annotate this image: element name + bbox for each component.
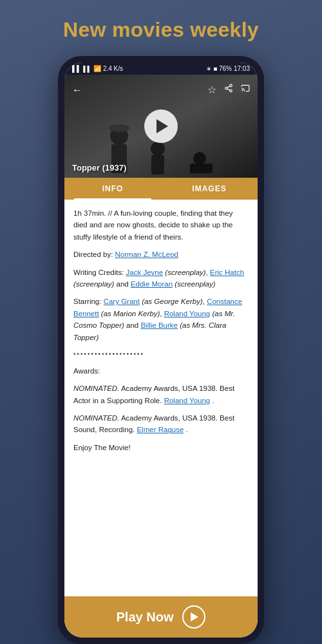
director-line: Directed by: Norman Z. McLeod: [73, 249, 249, 260]
play-now-circle-button[interactable]: [182, 605, 205, 629]
svg-rect-8: [190, 164, 213, 173]
movie-title-overlay: Topper (1937): [72, 163, 126, 173]
svg-point-11: [230, 90, 232, 92]
signal-icon: ▌▌: [72, 65, 81, 72]
cast-2-role: (as Marion Kerby): [101, 310, 160, 317]
svg-rect-6: [151, 155, 164, 175]
writer-and: and: [116, 280, 130, 288]
back-icon[interactable]: ←: [72, 84, 82, 96]
play-now-bar[interactable]: Play Now: [64, 596, 258, 638]
video-player[interactable]: ← ☆: [64, 75, 258, 178]
tab-info[interactable]: INFO: [64, 178, 161, 200]
award-2-end: .: [186, 426, 188, 433]
award-1-person-link[interactable]: Roland Young: [164, 397, 211, 404]
writer-2-role: (screenplay): [73, 280, 114, 288]
cast-and: and: [126, 321, 140, 329]
svg-rect-4: [115, 124, 124, 129]
starring-line: Starring: Cary Grant (as George Kerby), …: [73, 296, 249, 343]
play-button[interactable]: [144, 109, 178, 143]
writer-1-role: (screenplay): [165, 269, 205, 276]
svg-point-10: [225, 87, 228, 90]
award-2-nominated: NOMINATED.: [73, 414, 119, 422]
writer-3-link[interactable]: Eddie Moran: [131, 280, 173, 288]
award-2-person-link[interactable]: Elmer Raguse: [137, 426, 184, 433]
info-text-block: 1h 37min. // A fun-loving couple, findin…: [73, 207, 249, 453]
cast-icon[interactable]: [241, 84, 250, 96]
awards-label: Awards:: [73, 365, 249, 377]
movie-info-content: 1h 37min. // A fun-loving couple, findin…: [64, 200, 258, 596]
director-link[interactable]: Norman Z. McLeod: [115, 251, 178, 258]
award-1-end: .: [212, 397, 214, 404]
writer-2-link[interactable]: Eric Hatch: [210, 269, 244, 276]
svg-point-5: [151, 142, 165, 156]
phone-frame: ▌▌ ▌▌ 📶 2.4 K/s ∗ ■ 76% 17:03: [58, 56, 264, 644]
writer-3-role: (screenplay): [175, 280, 215, 288]
data-speed: 2.4 K/s: [103, 65, 123, 72]
status-bar: ▌▌ ▌▌ 📶 2.4 K/s ∗ ■ 76% 17:03: [64, 62, 258, 75]
bluetooth-icon: ∗: [206, 65, 211, 72]
star-icon[interactable]: ☆: [207, 84, 216, 96]
battery-indicator: ■ 76%: [213, 65, 232, 72]
movie-description: 1h 37min. // A fun-loving couple, findin…: [73, 207, 249, 243]
dots-divider: ••••••••••••••••••••: [73, 349, 249, 359]
svg-line-12: [227, 89, 230, 90]
tab-images[interactable]: IMAGES: [161, 178, 258, 200]
play-now-play-icon: [191, 612, 198, 621]
share-icon[interactable]: [224, 84, 233, 96]
nav-icons-right: ☆: [207, 84, 250, 96]
status-right: ∗ ■ 76% 17:03: [206, 65, 250, 72]
svg-point-9: [230, 84, 232, 87]
page-headline: New movies weekly: [63, 18, 259, 42]
video-nav: ← ☆: [64, 84, 258, 96]
writing-credits-line: Writing Credits: Jack Jevne (screenplay)…: [73, 267, 249, 290]
award-1-nominated: NOMINATED.: [73, 384, 119, 392]
tab-bar: INFO IMAGES: [64, 178, 258, 200]
award-1: NOMINATED. Academy Awards, USA 1938. Bes…: [73, 383, 249, 406]
phone-screen: ▌▌ ▌▌ 📶 2.4 K/s ∗ ■ 76% 17:03: [64, 62, 258, 638]
closing-message: Enjoy The Movie!: [73, 442, 249, 453]
wifi-icon: 📶: [93, 65, 101, 72]
play-triangle-icon: [156, 119, 168, 133]
award-2: NOMINATED. Academy Awards, USA 1938. Bes…: [73, 412, 249, 436]
play-now-label: Play Now: [117, 610, 174, 625]
directed-by-label: Directed by:: [73, 251, 113, 258]
cast-3-link[interactable]: Roland Young: [164, 310, 211, 317]
signal-icon-2: ▌▌: [83, 66, 91, 72]
svg-line-13: [227, 86, 230, 88]
cast-4-link[interactable]: Billie Burke: [140, 321, 178, 329]
status-left: ▌▌ ▌▌ 📶 2.4 K/s: [72, 65, 123, 72]
cast-1-link[interactable]: Cary Grant: [104, 298, 140, 305]
writer-1-link[interactable]: Jack Jevne: [126, 269, 164, 276]
writing-credits-label: Writing Credits:: [73, 269, 124, 276]
svg-point-7: [193, 152, 206, 165]
cast-1-role: (as George Kerby): [142, 298, 203, 305]
starring-label: Starring:: [73, 298, 101, 305]
time-display: 17:03: [234, 65, 250, 72]
